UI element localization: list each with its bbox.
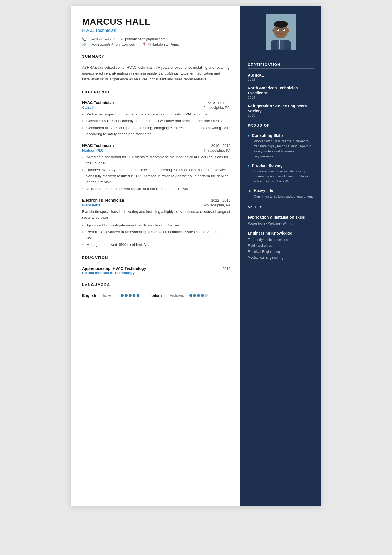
summary-text: ASHRAE-accredited senior HVAC technician…	[82, 65, 230, 82]
dot-3	[129, 294, 132, 297]
cert-2-name: North American Technician Excellence	[248, 85, 314, 95]
proud-2-icon: ♦	[248, 163, 250, 168]
skill-group-1: Fabrication & Installation skills Power …	[248, 215, 314, 226]
location-contact: 📍 Philadelphia, Penn.	[142, 42, 179, 46]
contact-row-1: 📞 +1-426-462-1234 ✉ johnatkinson@gmail.c…	[82, 37, 230, 41]
experience-section: EXPERIENCE HVAC Technician 2019 - Presen…	[82, 90, 230, 248]
cert-1-name: ASHRAE	[248, 73, 314, 78]
left-panel: MARCUS HALL HVAC Technician 📞 +1-426-462…	[71, 6, 240, 506]
job-3-bullets: Appointed to investigate more than 10 in…	[82, 222, 230, 248]
proud-1-title: Consulting Skills	[252, 133, 284, 138]
job-1-bullet-3: Conducted all types of repairs - plumbin…	[86, 125, 230, 137]
education-divider	[82, 263, 230, 263]
svg-point-14	[287, 29, 289, 32]
job-1-bullets: Performed inspection, maintenance and re…	[82, 111, 230, 137]
proud-3-desc: Can lift up to 90 kilos without equipmen…	[248, 194, 314, 199]
proud-2-title: Problem Solving	[252, 163, 282, 168]
job-2-bullet-1: Acted as a consultant for 20+ clients to…	[86, 154, 230, 166]
job-1-bullet-1: Performed inspection, maintenance and re…	[86, 111, 230, 117]
proud-1-icon: ♦	[248, 133, 250, 138]
profile-photo-svg	[266, 14, 296, 50]
education-section: EDUCATION Apprenticeship: HVAC Technolog…	[82, 256, 230, 275]
proud-3-title: Heavy lifter	[254, 188, 275, 193]
edu-degree: Apprenticeship: HVAC Technology	[82, 266, 146, 271]
job-3-company: Blanchette	[82, 203, 100, 207]
linkedin-icon: 🔗	[82, 42, 86, 46]
certification-section: CERTIFICATION ASHRAE 2012 North American…	[248, 63, 314, 117]
proud-of-title: PROUD OF	[248, 124, 314, 129]
phone-number: +1-426-462-1234	[88, 37, 116, 41]
job-3-bullet-2: Performed advanced troubleshooting of co…	[86, 229, 230, 241]
skill-group-2: Engineering Knowledge Thermodynamic proc…	[248, 231, 314, 261]
experience-title: EXPERIENCE	[82, 90, 230, 94]
dot-5	[137, 294, 139, 297]
job-2-company: Hudson PLC	[82, 148, 104, 152]
proud-1: ♦ Consulting Skills Worked with 100+ cli…	[248, 133, 314, 159]
skill-sub-3: Electrical Engineering ·	[248, 249, 314, 255]
proud-3-icon: ▲	[248, 188, 252, 193]
skill-sub-1: Thermodynamic processes ·	[248, 237, 314, 243]
dot-i2	[193, 294, 196, 297]
proud-2: ♦ Problem Solving Increased customer sat…	[248, 163, 314, 184]
job-2-bullet-2: Handled inventory and created a process …	[86, 167, 230, 185]
job-1-title: HVAC Technician	[82, 100, 114, 105]
resume-container: MARCUS HALL HVAC Technician 📞 +1-426-462…	[71, 6, 321, 506]
lang-italian-level: Proficient	[170, 293, 187, 297]
certification-title: CERTIFICATION	[248, 63, 314, 69]
cert-2: North American Technician Excellence 201…	[248, 85, 314, 99]
dot-4	[133, 294, 135, 297]
skills-title: SKILLS	[248, 205, 314, 211]
proud-of-section: PROUD OF ♦ Consulting Skills Worked with…	[248, 124, 314, 199]
skill-sub-4: Mechanical Engineering	[248, 255, 314, 261]
skill-group-1-name: Fabrication & Installation skills	[248, 215, 314, 220]
skills-section: SKILLS Fabrication & Installation skills…	[248, 205, 314, 261]
lang-italian: Italian Proficient	[150, 293, 208, 298]
linkedin-contact: 🔗 linkedin.com/in/_johnatkinson_	[82, 42, 137, 46]
profile-photo	[266, 14, 296, 50]
job-title: HVAC Technician	[82, 28, 230, 33]
experience-divider	[82, 97, 230, 97]
dot-i4	[201, 294, 204, 297]
job-2-header: HVAC Technician 2016 - 2019	[82, 143, 230, 148]
job-2-title: HVAC Technician	[82, 143, 114, 148]
skill-group-2-name: Engineering Knowledge	[248, 231, 314, 236]
dot-i5	[205, 294, 208, 297]
job-3-company-row: Blanchette Philadelphia, PA	[82, 203, 230, 207]
svg-point-13	[272, 29, 275, 32]
right-panel: CERTIFICATION ASHRAE 2012 North American…	[240, 6, 321, 506]
lang-english-name: English	[82, 293, 99, 298]
dot-i3	[197, 294, 200, 297]
skill-sub-items: Thermodynamic processes · Fluid mechanic…	[248, 237, 314, 261]
skill-group-1-tags: Power tools · Welding · Wiring	[248, 221, 314, 226]
dot-1	[121, 294, 124, 297]
cert-3-name: Refrigeration Service Engineers Society	[248, 103, 314, 114]
job-3-title: Electronics Technician	[82, 198, 124, 203]
job-2-bullets: Acted as a consultant for 20+ clients to…	[82, 154, 230, 192]
cert-2-year: 2015	[248, 96, 314, 100]
name: MARCUS HALL	[82, 17, 230, 27]
job-3-header: Electronics Technician 2012 - 2016	[82, 198, 230, 203]
job-3-desc: Blanchette specialises in delivering and…	[82, 209, 230, 221]
skill-sub-2: Fluid mechanics ·	[248, 243, 314, 249]
svg-point-9	[283, 29, 284, 30]
email-address: johnatkinson@gmail.com	[125, 37, 165, 41]
cert-3: Refrigeration Service Engineers Society …	[248, 103, 314, 117]
phone-icon: 📞	[82, 37, 86, 41]
languages-section: LANGUAGES English Native Italian	[82, 283, 230, 298]
job-1-header: HVAC Technician 2019 - Present	[82, 100, 230, 105]
languages-title: LANGUAGES	[82, 283, 230, 287]
svg-rect-3	[279, 40, 280, 49]
email-contact: ✉ johnatkinson@gmail.com	[121, 37, 165, 41]
job-1-company-row: Carroll Philadelphia, PA.	[82, 105, 230, 110]
education-title: EDUCATION	[82, 256, 230, 260]
proud-2-header: ♦ Problem Solving	[248, 163, 314, 168]
job-1-dates: 2019 - Present	[207, 101, 230, 105]
lang-italian-name: Italian	[150, 293, 167, 298]
job-3-dates: 2012 - 2016	[211, 198, 230, 203]
email-icon: ✉	[121, 37, 124, 41]
location-text: Philadelphia, Penn.	[148, 42, 179, 46]
photo-container	[248, 6, 314, 57]
job-3-location: Philadelphia, PA	[204, 203, 230, 207]
job-2-company-row: Hudson PLC Philadelphia, PA	[82, 148, 230, 152]
phone-contact: 📞 +1-426-462-1234	[82, 37, 116, 41]
